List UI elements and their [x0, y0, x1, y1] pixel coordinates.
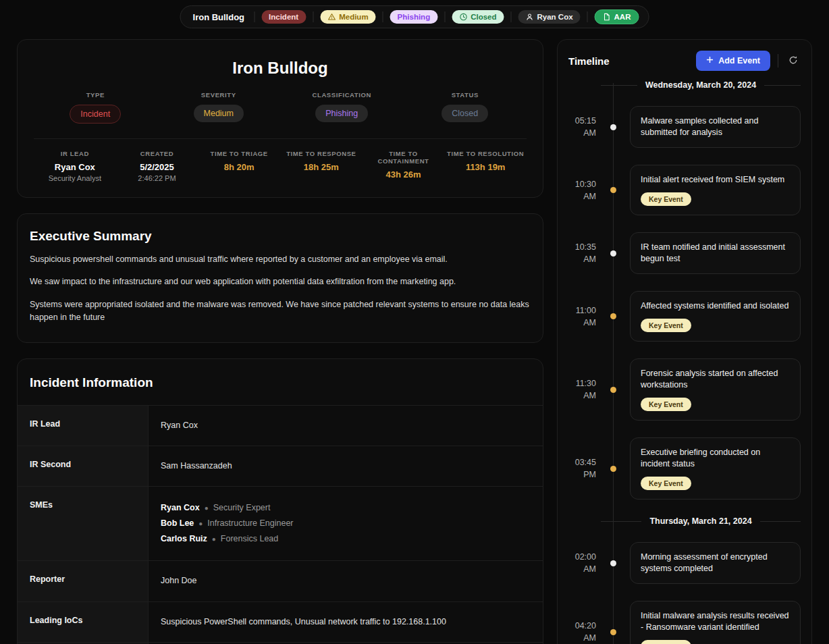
main-content: Iron Bulldog TYPE Incident SEVERITY Medi… — [17, 39, 543, 644]
event-description: Malware samples collected and submitted … — [641, 115, 790, 138]
topbar-divider — [254, 11, 255, 22]
timeline-event-row: 02:00 AM Morning assessment of encrypted… — [568, 542, 801, 584]
attribute-cell: TYPE Incident — [34, 91, 157, 124]
metric-value: Ryan Cox — [34, 162, 116, 172]
event-time-value: 10:30 — [568, 178, 596, 190]
event-description: IR team notified and initial assessment … — [641, 242, 790, 265]
event-time: 10:30 AM — [568, 178, 596, 203]
timeline-header: Timeline Add Event — [568, 51, 801, 71]
metric-cell: TIME TO RESOLUTION 113h 19m — [444, 150, 527, 182]
topbar-badges: Incident Medium Phishing Closed Ryan Cox… — [254, 9, 639, 24]
timeline-event-card[interactable]: Affected systems identified and isolated… — [630, 291, 801, 342]
badge-label: Ryan Cox — [537, 13, 573, 21]
timeline-event-card[interactable]: Initial alert received from SIEM system … — [630, 165, 801, 215]
timeline-event-card[interactable]: Morning assessment of encrypted systems … — [630, 542, 801, 584]
summary-paragraph: We saw impact to the infrastructure and … — [30, 275, 531, 288]
add-event-label: Add Event — [718, 56, 760, 65]
key-event-badge: Key Event — [641, 640, 691, 644]
incident-information-table: IR Lead Ryan Cox IR Second Sam Hassanzad… — [18, 405, 543, 644]
row-value: Ryan Cox●Security Expert Bob Lee●Infrast… — [149, 487, 543, 560]
timeline-event-row: 11:30 AM Forensic analysis started on af… — [568, 358, 801, 421]
event-time-value: 11:00 — [568, 304, 596, 317]
attribute-label: CLASSIFICATION — [280, 91, 404, 99]
attribute-value-badge: Phishing — [315, 105, 368, 122]
incident-topbar: Iron Bulldog Incident Medium Phishing Cl… — [180, 5, 649, 28]
table-row: Leading IoCs Suspicious PowerShell comma… — [18, 601, 543, 642]
metric-subtext: Security Analyst — [34, 174, 116, 182]
timeline-event-card[interactable]: Forensic analysis started on affected wo… — [630, 358, 801, 421]
row-label: IR Lead — [18, 406, 149, 446]
timeline-dot — [610, 466, 616, 472]
timeline-dot — [610, 187, 616, 193]
table-row: IR Lead Ryan Cox — [18, 405, 543, 446]
key-event-badge: Key Event — [641, 398, 691, 411]
timeline-event-row: 03:45 PM Executive briefing conducted on… — [568, 437, 801, 500]
timeline-event-card[interactable]: IR team notified and initial assessment … — [630, 232, 801, 274]
key-event-badge: Key Event — [641, 192, 691, 206]
timeline-title: Timeline — [568, 55, 610, 67]
event-time: 10:35 AM — [568, 241, 596, 265]
summary-paragraph: Systems were appropriated isolated and t… — [30, 298, 531, 325]
event-description: Initial malware analysis results receive… — [641, 610, 790, 633]
page-title: Iron Bulldog — [34, 59, 527, 78]
metric-cell: TIME TO TRIAGE 8h 20m — [198, 150, 280, 182]
refresh-button[interactable] — [786, 53, 801, 70]
key-event-badge: Key Event — [641, 477, 691, 490]
topbar-divider — [587, 11, 588, 22]
timeline-actions: Add Event — [696, 51, 801, 71]
event-description: Morning assessment of encrypted systems … — [641, 552, 790, 574]
medium-badge[interactable]: Medium — [320, 10, 375, 24]
timeline-event-row: 10:35 AM IR team notified and initial as… — [568, 232, 801, 274]
aar-badge[interactable]: AAR — [595, 9, 639, 24]
sme-role: Forensics Lead — [221, 534, 278, 543]
event-time: 03:45 PM — [568, 456, 596, 481]
timeline-event-card[interactable]: Initial malware analysis results receive… — [630, 601, 801, 644]
sme-name: Bob Lee — [161, 518, 194, 528]
sme-name: Ryan Cox — [161, 503, 200, 512]
timeline-event-row: 11:00 AM Affected systems identified and… — [568, 291, 801, 342]
attribute-cell: CLASSIFICATION Phishing — [280, 91, 404, 124]
sme-entry: Carlos Ruiz●Forensics Lead — [161, 531, 531, 547]
add-event-button[interactable]: Add Event — [696, 51, 770, 71]
timeline-event-row: 04:20 AM Initial malware analysis result… — [568, 601, 801, 644]
badge-label: Medium — [339, 13, 368, 21]
timeline-date-label: Thursday, March 21, 2024 — [649, 516, 751, 526]
user-badge[interactable]: Ryan Cox — [518, 10, 581, 24]
metric-subtext: 2:46:22 PM — [116, 174, 198, 182]
metric-label: TIME TO RESPONSE — [280, 150, 363, 157]
timeline-dot — [610, 629, 616, 635]
event-time-meridiem: AM — [568, 190, 596, 203]
topbar-divider — [313, 11, 313, 22]
row-value: Sam Hassanzadeh — [149, 446, 543, 486]
executive-summary-card: Executive Summary Suspicious powershell … — [17, 213, 543, 343]
event-description: Initial alert received from SIEM system — [641, 174, 790, 186]
phishing-badge[interactable]: Phishing — [390, 10, 438, 24]
refresh-icon — [788, 55, 798, 67]
sme-entry: Ryan Cox●Security Expert — [161, 500, 531, 516]
timeline-date-label: Wednesday, March 20, 2024 — [645, 80, 756, 90]
attribute-grid: TYPE Incident SEVERITY Medium CLASSIFICA… — [34, 91, 527, 124]
closed-badge[interactable]: Closed — [452, 10, 504, 24]
metric-value: 8h 20m — [198, 162, 280, 172]
attribute-label: TYPE — [34, 91, 157, 99]
incident-badge[interactable]: Incident — [261, 10, 306, 24]
metric-value: 18h 25m — [280, 162, 363, 172]
timeline-event-card[interactable]: Malware samples collected and submitted … — [630, 106, 801, 148]
attribute-value-badge: Closed — [442, 105, 488, 122]
table-row: SMEs Ryan Cox●Security Expert Bob Lee●In… — [18, 486, 543, 560]
bullet-separator: ● — [200, 504, 213, 512]
metrics-row: IR LEAD Ryan Cox Security Analyst CREATE… — [34, 138, 527, 182]
timeline-event-card[interactable]: Executive briefing conducted on incident… — [630, 437, 801, 500]
table-row: Reporter John Doe — [18, 560, 543, 601]
topbar-divider — [383, 11, 383, 22]
clock-icon — [459, 13, 467, 21]
event-time-value: 10:35 — [568, 241, 596, 253]
metric-cell: TIME TO CONTAINMENT 43h 26m — [363, 150, 445, 182]
event-time-value: 02:00 — [568, 551, 596, 563]
row-label: SMEs — [18, 487, 149, 560]
metric-cell: CREATED 5/2/2025 2:46:22 PM — [116, 150, 198, 182]
metric-value: 113h 19m — [444, 162, 527, 172]
executive-summary-title: Executive Summary — [30, 229, 531, 244]
event-time-value: 05:15 — [568, 115, 596, 127]
event-description: Forensic analysis started on affected wo… — [641, 368, 790, 391]
